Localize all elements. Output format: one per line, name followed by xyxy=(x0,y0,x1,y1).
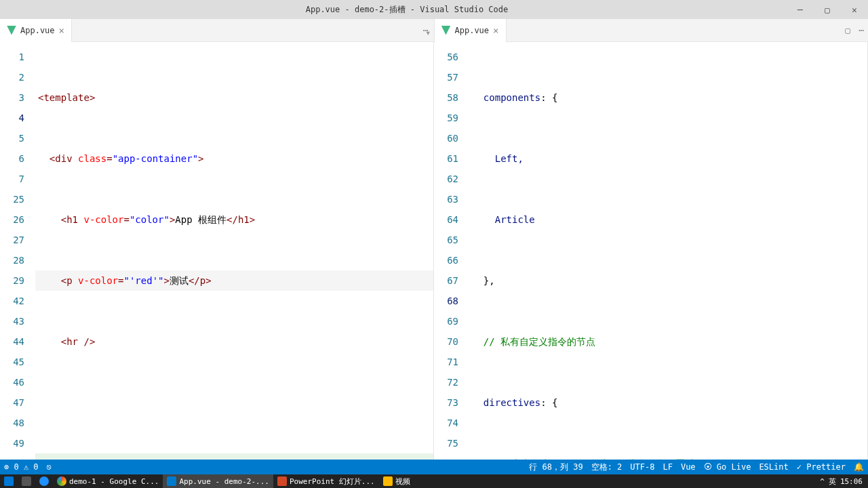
vue-icon xyxy=(7,26,16,35)
tab-overflow-icon[interactable]: ⋯ xyxy=(859,25,864,35)
notifications-icon[interactable]: 🔔 xyxy=(850,462,868,472)
tray-chevron-icon[interactable]: ^ xyxy=(820,477,825,486)
window-title: App.vue - demo-2-插槽 - Visual Studio Code xyxy=(27,4,787,16)
minimize-button[interactable]: ─ xyxy=(787,0,814,19)
tab-app-vue-left[interactable]: App.vue × xyxy=(0,19,72,42)
indentation[interactable]: 空格: 2 xyxy=(587,462,627,473)
git-icon[interactable]: ⎋ xyxy=(43,462,56,472)
system-tray[interactable]: ^ 英 15:06 xyxy=(820,476,868,487)
cursor-position[interactable]: 行 68，列 39 xyxy=(525,462,587,473)
code-content-left[interactable]: <template> <div class="app-container"> <… xyxy=(35,42,433,462)
taskbar-chrome[interactable]: demo-1 - Google C... xyxy=(53,474,163,488)
start-button[interactable] xyxy=(0,474,18,488)
taskbar-powerpoint[interactable]: PowerPoint 幻灯片... xyxy=(273,474,379,488)
window-titlebar: App.vue - demo-2-插槽 - Visual Studio Code… xyxy=(0,0,868,19)
taskbar-video[interactable]: 视频 xyxy=(379,474,414,488)
editor-area: 1 2 3 4 5 6 7 25 26 27 28 29 42 43 44 45… xyxy=(0,42,868,462)
maximize-button[interactable]: ▢ xyxy=(814,0,841,19)
breadcrumb-icon: ▾ xyxy=(425,27,431,38)
line-gutter: 56 57 58 59 60 61 62 63 64 65 66 67 68 6… xyxy=(434,42,469,462)
ime-indicator[interactable]: 英 xyxy=(829,476,836,487)
windows-taskbar: demo-1 - Google C... App.vue - demo-2-..… xyxy=(0,474,868,488)
editor-pane-right[interactable]: 56 57 58 59 60 61 62 63 64 65 66 67 68 6… xyxy=(434,42,868,462)
go-live[interactable]: ⦿ Go Live xyxy=(700,462,755,472)
line-gutter: 1 2 3 4 5 6 7 25 26 27 28 29 42 43 44 45… xyxy=(0,42,35,462)
editor-tabs: App.vue × ⋯ ▾ App.vue × ▢ ⋯ xyxy=(0,19,868,42)
tab-close-icon[interactable]: × xyxy=(493,25,498,36)
code-content-right[interactable]: components: { Left, Article }, // 私有自定义指… xyxy=(469,42,867,462)
problems-indicator[interactable]: ⊗ 0 ⚠ 0 xyxy=(0,462,43,472)
taskbar-edge[interactable] xyxy=(35,474,53,488)
tab-app-vue-right[interactable]: App.vue × xyxy=(435,19,507,42)
clock[interactable]: 15:06 xyxy=(840,477,863,486)
taskbar-vscode[interactable]: App.vue - demo-2-... xyxy=(163,474,273,488)
eol[interactable]: LF xyxy=(658,462,676,472)
vue-icon xyxy=(441,26,451,35)
encoding[interactable]: UTF-8 xyxy=(626,462,658,472)
eslint-status[interactable]: ESLint xyxy=(755,462,792,472)
editor-pane-left[interactable]: 1 2 3 4 5 6 7 25 26 27 28 29 42 43 44 45… xyxy=(0,42,434,462)
close-button[interactable]: ✕ xyxy=(841,0,868,19)
taskbar-search[interactable] xyxy=(18,474,35,488)
prettier-status[interactable]: ✓ Prettier xyxy=(793,462,850,472)
status-bar: ⊗ 0 ⚠ 0 ⎋ 行 68，列 39 空格: 2 UTF-8 LF Vue ⦿… xyxy=(0,460,868,474)
language-mode[interactable]: Vue xyxy=(677,462,700,472)
tab-close-icon[interactable]: × xyxy=(59,25,64,36)
